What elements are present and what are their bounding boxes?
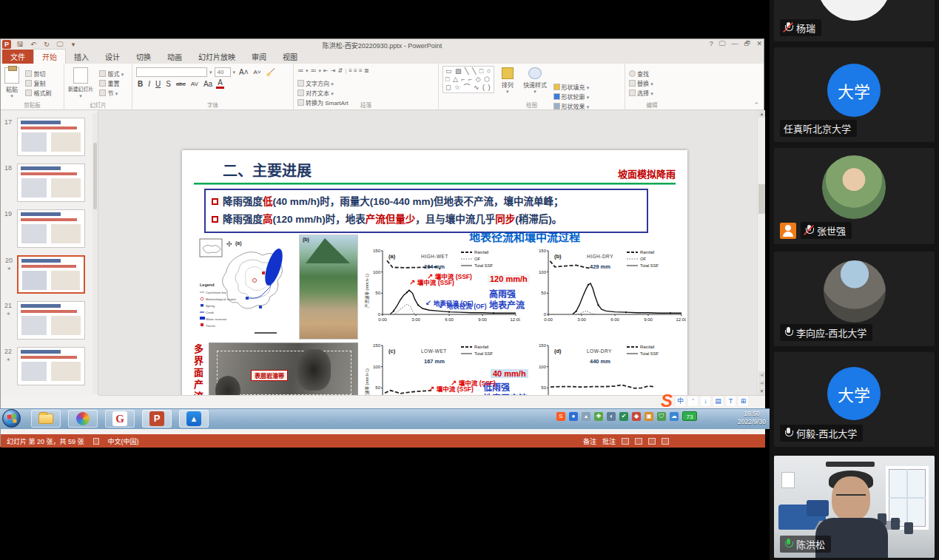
taskbar-media-button[interactable] <box>68 410 98 428</box>
increase-font-icon[interactable]: A˄ <box>238 68 250 76</box>
language-indicator[interactable]: 中文(中国) <box>108 436 139 446</box>
slide-thumbnail-18[interactable]: 18 <box>17 163 85 202</box>
reset-button[interactable]: 重置 <box>99 79 124 87</box>
tray-orange-icon[interactable]: ▣ <box>644 412 653 421</box>
quick-styles-button[interactable]: 快速样式▾ <box>523 66 547 95</box>
indent-increase-icon[interactable]: ⇥ <box>331 67 336 74</box>
battery-indicator[interactable]: 73 <box>682 411 697 421</box>
restore-icon[interactable]: 🗗 <box>744 40 750 48</box>
bold-button[interactable]: B <box>136 80 144 88</box>
thumbnail-scrollbar[interactable] <box>92 113 98 394</box>
punctuation-icon[interactable]: ’ <box>688 397 698 406</box>
toolbox-icon[interactable]: ⊞ <box>738 397 748 406</box>
notes-toggle[interactable]: 备注 <box>583 436 596 446</box>
participant-tile[interactable]: 杨瑞 <box>774 0 935 41</box>
display-settings-icon[interactable]: 🖵 <box>719 40 726 48</box>
participant-tile[interactable]: 大学 任真听北京大学 <box>774 47 935 142</box>
chinese-mode-icon[interactable]: 中 <box>676 397 685 406</box>
numbering-icon[interactable]: ≕ <box>311 67 317 74</box>
paste-button[interactable]: 粘贴▾ <box>4 66 19 99</box>
layout-button[interactable]: 版式 ▾ <box>99 70 124 78</box>
new-slide-button[interactable]: 新建幻灯片▾ <box>68 66 93 99</box>
font-color-button[interactable]: A <box>216 78 224 89</box>
align-icons[interactable]: ≡ ≡ ≡ ≣ <box>349 67 368 74</box>
tray-sogou-icon[interactable]: S <box>556 412 565 421</box>
participant-tile-speaking[interactable]: 陈洪松 <box>774 456 935 558</box>
tray-volume-icon[interactable]: ◖ <box>607 412 616 421</box>
sogou-logo-icon[interactable]: S <box>661 391 673 411</box>
tray-shield-icon[interactable]: 🛡 <box>657 412 666 421</box>
start-button[interactable] <box>2 409 21 428</box>
close-icon[interactable]: ✕ <box>756 40 762 48</box>
tray-safety-icon[interactable]: ✔ <box>619 412 628 421</box>
font-size-combobox[interactable]: 40 <box>215 67 231 77</box>
skin-icon[interactable]: T <box>726 397 736 406</box>
slide-thumbnail-21[interactable]: 21✶ <box>17 301 85 340</box>
slide-canvas[interactable]: 二、主要进展 坡面模拟降雨 降雨强度低(40 mm/h)时，雨量大(160-44… <box>182 150 687 431</box>
previous-slide-icon[interactable]: ≉ <box>758 371 765 379</box>
find-button[interactable]: 查找 <box>629 70 653 78</box>
tab-切换[interactable]: 切换 <box>128 50 159 64</box>
participant-tile[interactable]: 大学 何毅-西北大学 <box>774 352 935 447</box>
section-button[interactable]: 节 ▾ <box>99 89 124 97</box>
shape-gallery[interactable]: ▭ ▧ ╲ ╲ □ ○□ △ ⌐ ⌐ ◇ ⬡◻ ☆ ⌒ ∿ ( ) <box>442 66 494 93</box>
help-icon[interactable]: ? <box>710 40 713 48</box>
clear-format-icon[interactable]: 🧹 <box>265 68 277 76</box>
slideshow-view-icon[interactable] <box>662 438 669 445</box>
char-spacing-button[interactable]: AV <box>189 81 200 87</box>
taskbar-explorer-button[interactable] <box>31 410 61 428</box>
change-case-button[interactable]: Aa <box>202 80 214 88</box>
replace-button[interactable]: 替换 ▾ <box>629 79 653 87</box>
taskbar-powerpoint-button[interactable]: P <box>142 410 172 428</box>
text-direction-button[interactable]: 文字方向 ▾ <box>297 79 349 87</box>
tray-cloud-icon[interactable]: ☁ <box>670 412 679 421</box>
taskbar-clock[interactable]: 16:502022/9/30 <box>736 410 768 426</box>
next-slide-icon[interactable]: ≉ <box>758 379 765 387</box>
taskbar-browser-button[interactable]: G <box>105 410 135 428</box>
tray-show-hidden-icon[interactable]: ▴ <box>582 412 590 421</box>
keyboard-icon[interactable]: ▤ <box>713 397 723 406</box>
tab-文件[interactable]: 文件 <box>2 50 33 64</box>
underline-button[interactable]: U <box>154 80 162 88</box>
font-name-combobox[interactable] <box>136 67 207 77</box>
minimize-icon[interactable]: — <box>731 40 738 48</box>
select-button[interactable]: 选择 ▾ <box>629 89 653 97</box>
spellcheck-icon[interactable] <box>93 438 99 445</box>
shape-fill-button[interactable]: 形状填充 ▾ <box>553 83 590 91</box>
tab-开始[interactable]: 开始 <box>33 49 66 64</box>
strikethrough-button[interactable]: abc <box>175 81 187 87</box>
tab-动画[interactable]: 动画 <box>159 50 190 64</box>
tab-视图[interactable]: 视图 <box>275 50 306 64</box>
normal-view-icon[interactable] <box>622 438 629 445</box>
participant-tile[interactable]: 李向应-西北大学 <box>774 252 935 346</box>
comments-toggle[interactable]: 批注 <box>602 436 616 446</box>
tray-blue-icon[interactable]: ● <box>569 412 578 421</box>
taskbar-meeting-button[interactable]: ▲ <box>179 410 209 428</box>
indent-decrease-icon[interactable]: ⇤ <box>323 67 329 74</box>
line-spacing-icon[interactable]: ⇵ <box>337 67 343 74</box>
participant-tile[interactable]: 张世强 <box>774 148 935 244</box>
tray-green-icon[interactable]: ✚ <box>594 412 603 421</box>
slide-sorter-icon[interactable] <box>635 438 642 445</box>
shadow-button[interactable]: S <box>164 80 172 88</box>
tray-red-icon[interactable]: ◆ <box>632 412 641 421</box>
voice-input-icon[interactable]: ↓ <box>701 397 710 406</box>
slide-thumbnail-17[interactable]: 17 <box>17 118 85 156</box>
slide-thumbnail-22[interactable]: 22✶ <box>17 347 85 385</box>
arrange-button[interactable]: 排列▾ <box>498 66 517 95</box>
scrollbar-thumb[interactable] <box>758 184 765 214</box>
tab-幻灯片放映[interactable]: 幻灯片放映 <box>190 50 243 64</box>
reading-view-icon[interactable] <box>648 438 656 445</box>
tab-插入[interactable]: 插入 <box>66 50 97 64</box>
slide-thumbnail-19[interactable]: 19 <box>17 209 85 248</box>
copy-button[interactable]: 复制 <box>25 79 51 87</box>
italic-button[interactable]: I <box>147 80 152 88</box>
collapse-ribbon-icon[interactable]: ⌃ <box>753 101 759 109</box>
align-text-button[interactable]: 对齐文本 ▾ <box>297 89 349 97</box>
vertical-scrollbar[interactable]: ▲ ≉ ≉ ▼ <box>757 110 765 395</box>
slide-thumbnail-20[interactable]: 20✶ <box>17 255 85 294</box>
scroll-up-icon[interactable]: ▲ <box>758 110 765 118</box>
bullets-icon[interactable]: ≔ <box>297 67 303 74</box>
shape-outline-button[interactable]: 形状轮廓 ▾ <box>553 92 590 101</box>
scroll-down-icon[interactable]: ▼ <box>758 388 765 395</box>
